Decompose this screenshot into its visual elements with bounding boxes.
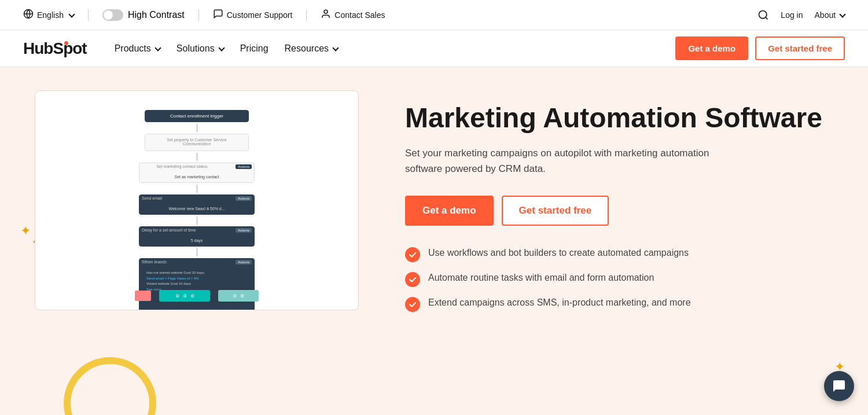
decorative-circle [64, 357, 156, 415]
workflow-step-2: Set property to Customer Service Communi… [133, 132, 260, 153]
workflow-step-4: Send email Actions Welcome new Saas! A 5… [127, 193, 266, 216]
check-icon-2 [405, 272, 420, 287]
workflow-diagram: Contact enrollment trigger Set property … [47, 102, 347, 310]
check-icon-3 [405, 297, 420, 312]
nav-pricing[interactable]: Pricing [233, 39, 275, 58]
teal-bar-1: ⚙ ⚙ ⚙ [159, 290, 210, 302]
globe-icon [23, 9, 34, 21]
pink-bar [135, 291, 151, 301]
contact-sales-link[interactable]: Contact Sales [321, 9, 385, 21]
toggle-switch[interactable] [102, 9, 123, 21]
feature-list: Use workflows and bot builders to create… [405, 247, 833, 312]
nav-left: HubSpot Products Solutions Pricing Resou… [23, 39, 345, 58]
high-contrast-label: High Contrast [128, 10, 185, 20]
language-label: English [37, 10, 64, 20]
hero-cta: Get a demo Get started free [405, 196, 833, 226]
workflow-step-customer: Set property to Customer Service Communi… [145, 134, 249, 151]
customer-support-label: Customer Support [227, 10, 293, 20]
nav-links: Products Solutions Pricing Resources [108, 39, 345, 58]
about-link[interactable]: About [815, 10, 845, 20]
workflow-step-ifthen: If/then branch Actions Has not started w… [139, 258, 255, 310]
divider [198, 9, 199, 21]
wf-arrow-1 [197, 124, 197, 132]
resources-chevron-icon [332, 45, 339, 51]
sparkle-icon-top: ✦ [20, 223, 31, 238]
feature-item-3: Extend campaigns across SMS, in-product … [405, 296, 833, 312]
hubspot-logo[interactable]: HubSpot [23, 39, 87, 58]
hero-subtitle: Set your marketing campaigns on autopilo… [405, 145, 741, 177]
workflow-step-send-email: Send email Actions Welcome new Saas! A 5… [139, 194, 255, 215]
feature-item-2: Automate routine tasks with email and fo… [405, 271, 833, 287]
chat-icon [213, 9, 223, 21]
products-chevron-icon [155, 45, 161, 51]
workflow-step-1: Contact enrollment trigger [139, 108, 255, 124]
top-bar: English High Contrast Customer Support [0, 0, 868, 30]
about-chevron-icon [839, 11, 845, 17]
solutions-chevron-icon [218, 45, 225, 51]
customer-support-link[interactable]: Customer Support [213, 9, 293, 21]
logo-hub: Hub [23, 39, 53, 58]
feature-text-2: Automate routine tasks with email and fo… [428, 271, 654, 284]
main-nav: HubSpot Products Solutions Pricing Resou… [0, 30, 868, 67]
workflow-step-contact: Contact enrollment trigger [145, 110, 249, 122]
top-bar-right: Log in About [757, 9, 845, 21]
chat-support-button[interactable] [824, 371, 854, 401]
wf-arrow-3 [197, 185, 197, 193]
hero-get-demo-button[interactable]: Get a demo [405, 196, 494, 226]
hero-workflow-image: Contact enrollment trigger Set property … [35, 90, 359, 310]
feature-text-3: Extend campaigns across SMS, in-product … [428, 296, 691, 309]
workflow-step-delay: Delay for a set amount of time Actions 5… [139, 226, 255, 247]
nav-products[interactable]: Products [108, 39, 167, 58]
hero-image-container: Contact enrollment trigger Set property … [35, 90, 370, 415]
top-bar-left: English High Contrast Customer Support [23, 9, 385, 21]
workflow-step-5: Delay for a set amount of time Actions 5… [127, 225, 266, 248]
svg-point-1 [324, 10, 328, 13]
nav-get-demo-button[interactable]: Get a demo [675, 36, 748, 60]
wf-arrow-2 [197, 153, 197, 161]
person-icon [321, 9, 331, 21]
nav-right: Get a demo Get started free [675, 36, 845, 60]
feature-text-1: Use workflows and bot builders to create… [428, 247, 689, 259]
wf-arrow-4 [197, 216, 197, 225]
hero-title: Marketing Automation Software [405, 102, 833, 134]
nav-solutions[interactable]: Solutions [170, 39, 231, 58]
nav-get-started-button[interactable]: Get started free [755, 36, 845, 60]
workflow-step-marketing: Set marketing contact status Actions Set… [139, 163, 255, 183]
high-contrast-toggle[interactable]: High Contrast [102, 9, 185, 21]
feature-item-1: Use workflows and bot builders to create… [405, 247, 833, 262]
divider [306, 9, 307, 21]
login-link[interactable]: Log in [781, 10, 803, 20]
svg-point-2 [759, 10, 767, 18]
check-icon-1 [405, 247, 420, 262]
workflow-step-3: Set marketing contact status Actions Set… [127, 161, 266, 185]
teal-bar-2: ⚙ ⚙ [218, 290, 259, 302]
workflow-step-6: If/then branch Actions Has not started w… [127, 256, 266, 310]
bottom-items: ⚙ ⚙ ⚙ ⚙ ⚙ [135, 290, 259, 302]
hero-section: ✦ ✦ ✦ Contact enrollment trigger Set pro… [0, 67, 868, 415]
hero-get-started-button[interactable]: Get started free [502, 196, 609, 226]
language-chevron-icon [68, 11, 75, 17]
divider [88, 9, 89, 21]
wf-arrow-5 [197, 248, 197, 256]
search-button[interactable] [757, 9, 769, 21]
hero-content: Marketing Automation Software Set your m… [405, 90, 833, 415]
contact-sales-label: Contact Sales [334, 10, 385, 20]
nav-resources[interactable]: Resources [278, 39, 345, 58]
language-selector[interactable]: English [23, 9, 74, 21]
